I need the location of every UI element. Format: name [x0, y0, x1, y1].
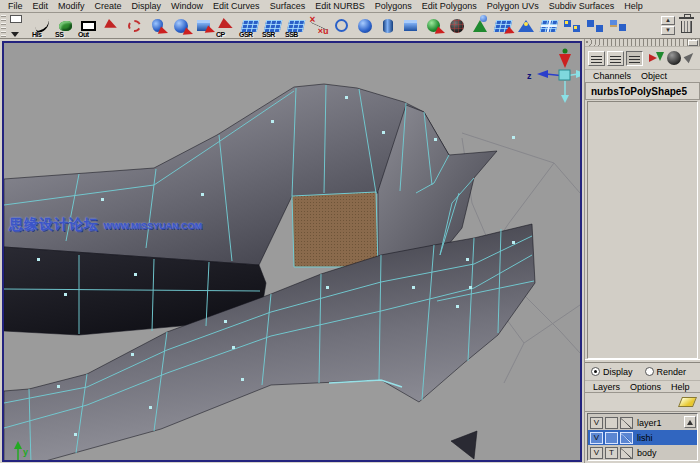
history-button[interactable]: His — [31, 14, 54, 38]
move-tool-icon[interactable] — [192, 14, 215, 38]
shelf-buttons: HisSSOutCPGSRSSRSSB — [31, 14, 629, 38]
cylinder-primitive-icon[interactable] — [376, 14, 399, 38]
layer-menu-help[interactable]: Help — [667, 382, 694, 392]
selected-face — [292, 192, 378, 267]
viewport-canvas[interactable]: z y — [4, 43, 580, 460]
display-radio[interactable]: Display — [591, 367, 633, 377]
shelf-grip[interactable] — [1, 15, 6, 37]
channel-menu-channels[interactable]: Channels — [589, 71, 635, 81]
duplicate-face-icon-glyph — [564, 20, 571, 27]
template-toggle[interactable] — [605, 432, 618, 444]
y-axis-cone — [559, 54, 571, 68]
render-radio[interactable]: Render — [645, 367, 687, 377]
nurbs-circle-icon[interactable] — [330, 14, 353, 38]
channel-menu-object[interactable]: Object — [637, 71, 671, 81]
menu-modify[interactable]: Modify — [53, 1, 90, 11]
menu-edit-nurbs[interactable]: Edit NURBS — [310, 1, 370, 11]
move-tool-icon-glyph — [197, 20, 210, 31]
layer-color-swatch[interactable] — [620, 417, 633, 429]
sphere-primitive-icon-glyph — [358, 19, 372, 33]
layer-toolbar — [585, 393, 700, 412]
rotate-tool-icon-glyph — [174, 19, 188, 33]
template-toggle[interactable] — [605, 417, 618, 429]
layer-name: body — [635, 448, 657, 458]
paint-select-icon[interactable] — [146, 14, 169, 38]
select-tool-icon[interactable] — [100, 14, 123, 38]
project-sphere-icon-glyph — [427, 19, 440, 32]
project-plane-icon[interactable] — [491, 14, 514, 38]
polygon-mesh[interactable] — [4, 84, 535, 460]
layout-list-icon-2[interactable] — [607, 51, 624, 66]
render-globe-icon[interactable] — [667, 51, 681, 65]
y-axis-label-corner: y — [23, 447, 28, 457]
chevron-down-icon — [11, 32, 19, 37]
grid-plus-icon[interactable] — [537, 14, 560, 38]
rotate-tool-icon[interactable] — [169, 14, 192, 38]
layer-mode-radios: Display Render — [585, 363, 700, 380]
ssb-button[interactable]: SSB — [284, 14, 307, 38]
extract-face-icon[interactable] — [583, 14, 606, 38]
layer-menu-bar: LayersOptionsHelp — [585, 380, 700, 393]
spinner-up-button[interactable]: ▲ — [661, 16, 675, 25]
shelf-end-controls: ▲ ▼ — [661, 16, 700, 35]
nurbs-circle-icon-glyph — [335, 19, 348, 32]
cube-primitive-icon-glyph — [404, 20, 417, 31]
layer-scroll-up-button[interactable] — [684, 416, 696, 428]
menu-edit-curves[interactable]: Edit Curves — [208, 1, 265, 11]
cube-primitive-icon[interactable] — [399, 14, 422, 38]
pyramid-icon[interactable] — [514, 14, 537, 38]
object-name[interactable]: nurbsToPolyShape5 — [585, 83, 700, 100]
menu-polygon-uvs[interactable]: Polygon UVs — [482, 1, 544, 11]
gsr-button[interactable]: GSR — [238, 14, 261, 38]
select-pointer-icon[interactable] — [683, 51, 697, 65]
menu-polygons[interactable]: Polygons — [370, 1, 417, 11]
template-toggle[interactable]: T — [605, 447, 618, 459]
cone-primitive-icon[interactable] — [468, 14, 491, 38]
layout-list-icon-1[interactable] — [588, 51, 605, 66]
panel-grip[interactable] — [585, 39, 700, 47]
ep-curve-icon[interactable] — [307, 14, 330, 38]
smooth-shade-button[interactable]: SS — [54, 14, 77, 38]
menu-create[interactable]: Create — [90, 1, 127, 11]
layer-row-layer1[interactable]: Vlayer1 — [588, 415, 697, 430]
visibility-toggle[interactable]: V — [590, 447, 603, 459]
menu-file[interactable]: File — [3, 1, 28, 11]
lasso-tool-icon[interactable] — [123, 14, 146, 38]
paint-select-icon-glyph — [152, 19, 163, 32]
visibility-toggle[interactable]: V — [590, 417, 603, 429]
menu-edit-polygons[interactable]: Edit Polygons — [417, 1, 482, 11]
shelf-tab-selector[interactable] — [8, 14, 28, 38]
layer-color-swatch[interactable] — [620, 447, 633, 459]
menu-window[interactable]: Window — [166, 1, 208, 11]
texture-sphere-icon-glyph — [450, 19, 464, 33]
layer-row-body[interactable]: VTbody — [588, 445, 697, 460]
lasso-tool-icon-glyph — [128, 20, 141, 32]
perspective-viewport[interactable]: z y 思缘设计论坛 WWW.MISSYUAN.COM — [2, 41, 582, 462]
visibility-toggle[interactable]: V — [590, 432, 603, 444]
menu-subdiv-surfaces[interactable]: Subdiv Surfaces — [544, 1, 620, 11]
cp-button[interactable]: CP — [215, 14, 238, 38]
menu-edit[interactable]: Edit — [28, 1, 54, 11]
panel-collapse-button[interactable] — [688, 40, 698, 46]
menu-surfaces[interactable]: Surfaces — [265, 1, 311, 11]
layer-row-lishi[interactable]: Vlishi — [588, 430, 697, 445]
layout-list-icon-3[interactable] — [626, 51, 643, 66]
manipulator-mode-icon[interactable] — [649, 51, 665, 66]
new-layer-icon[interactable] — [678, 397, 697, 407]
menu-help[interactable]: Help — [619, 1, 648, 11]
duplicate-face-icon[interactable] — [560, 14, 583, 38]
ssr-button[interactable]: SSR — [261, 14, 284, 38]
project-sphere-icon[interactable] — [422, 14, 445, 38]
trash-icon[interactable] — [681, 21, 692, 33]
outline-button[interactable]: Out — [77, 14, 100, 38]
radio-circle-icon — [591, 367, 600, 376]
texture-sphere-icon[interactable] — [445, 14, 468, 38]
layer-menu-layers[interactable]: Layers — [589, 382, 624, 392]
layer-menu-options[interactable]: Options — [626, 382, 665, 392]
sphere-primitive-icon[interactable] — [353, 14, 376, 38]
layer-color-swatch[interactable] — [620, 432, 633, 444]
menu-display[interactable]: Display — [127, 1, 167, 11]
spinner-down-button[interactable]: ▼ — [661, 26, 675, 35]
extrude-face-icon[interactable] — [606, 14, 629, 38]
move-manipulator[interactable]: z — [527, 49, 580, 104]
